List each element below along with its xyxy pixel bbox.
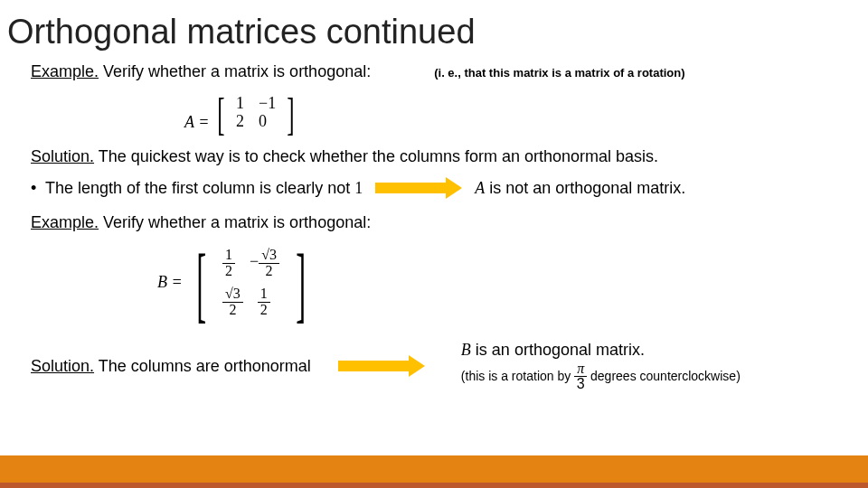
bracket-right-icon: ] xyxy=(296,248,306,324)
matrix-a-lhs: A = xyxy=(184,113,209,131)
bracket-left-icon: [ xyxy=(196,248,206,324)
matA-c00: 1 xyxy=(229,94,251,112)
B-var: B xyxy=(461,341,471,359)
solution-2-label: Solution. xyxy=(31,357,94,375)
example-2-label: Example. xyxy=(31,213,99,231)
matrix-b-lhs: B = xyxy=(157,274,183,292)
matB-c11: 12 xyxy=(250,283,278,322)
arrow-icon xyxy=(375,180,462,196)
example-1-label: Example. xyxy=(31,62,99,80)
solution-1-text: The quickest way is to check whether the… xyxy=(94,147,658,165)
len-val: 1 xyxy=(354,179,363,197)
matA-c01: −1 xyxy=(251,94,283,112)
example-1-text: Verify whether a matrix is orthogonal: xyxy=(99,62,371,80)
solution-1-label: Solution. xyxy=(31,147,94,165)
footer-decoration xyxy=(0,455,868,488)
matrix-b: B = [ 12 −√32 √32 12 ] xyxy=(31,239,837,326)
rotation-note: (this is a rotation by π3 degrees counte… xyxy=(461,361,741,393)
A-var: A xyxy=(475,179,485,197)
bullet-icon: • xyxy=(31,177,38,199)
matB-c00: 12 xyxy=(215,244,242,283)
bracket-left-icon: [ xyxy=(218,95,225,133)
slide-title: Orthogonal matrices continued xyxy=(0,0,868,55)
len-text: The length of the first column is clearl… xyxy=(45,179,354,197)
matB-c01: −√32 xyxy=(242,244,287,283)
B-conclusion: is an orthogonal matrix. xyxy=(471,341,645,359)
example-2-text: Verify whether a matrix is orthogonal: xyxy=(99,213,371,231)
solution-2-text: The columns are orthonormal xyxy=(94,357,311,375)
solution-2-line: Solution. The columns are orthonormal B … xyxy=(31,339,837,392)
matrix-a: A = [ 1 −1 2 0 ] xyxy=(31,88,837,136)
example-1-line: Example. Verify whether a matrix is orth… xyxy=(31,61,837,82)
arrow-icon xyxy=(338,358,425,374)
example-2-line: Example. Verify whether a matrix is orth… xyxy=(31,211,837,233)
A-conclusion: is not an orthogonal matrix. xyxy=(485,179,685,197)
bracket-right-icon: ] xyxy=(287,95,294,133)
example-1-parenthetical: (i. e., that this matrix is a matrix of … xyxy=(434,65,684,81)
conclusion-1-line: • The length of the first column is clea… xyxy=(31,177,837,199)
matB-c10: √32 xyxy=(215,283,250,322)
matA-c10: 2 xyxy=(229,112,251,130)
matA-c11: 0 xyxy=(251,112,274,130)
solution-1-line: Solution. The quickest way is to check w… xyxy=(31,145,837,167)
